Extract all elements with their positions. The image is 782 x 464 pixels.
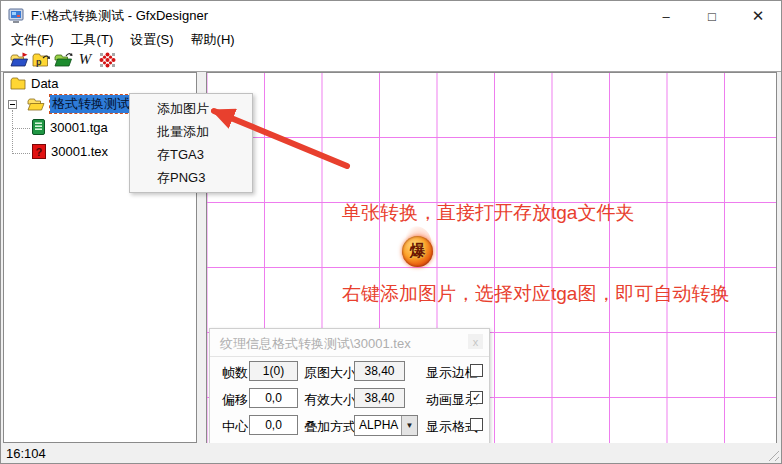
collapse-toggle[interactable] bbox=[8, 100, 17, 109]
minimize-button[interactable]: – bbox=[643, 1, 689, 31]
context-menu: 添加图片 批量添加 存TGA3 存PNG3 bbox=[129, 93, 253, 193]
tree-item-label: Data bbox=[31, 76, 58, 91]
center-field[interactable]: 0,0 bbox=[249, 415, 298, 435]
offset-field[interactable]: 0,0 bbox=[249, 388, 298, 408]
toolbar: p W bbox=[1, 48, 781, 72]
svg-text:?: ? bbox=[36, 146, 43, 158]
orig-size-label: 原图大小 bbox=[304, 364, 356, 382]
blend-mode-dropdown[interactable]: ALPHA ▼ bbox=[354, 415, 418, 436]
frames-field[interactable]: 1(0) bbox=[249, 361, 298, 381]
window-title: F:\格式转换测试 - GfxDesigner bbox=[31, 7, 208, 25]
w-tool-icon[interactable]: W bbox=[74, 50, 96, 70]
orig-size-field[interactable]: 38,40 bbox=[354, 361, 405, 381]
frames-label: 帧数 bbox=[222, 364, 248, 382]
offset-row: 偏移 0,0 有效大小 38,40 动画显示 ✓ bbox=[210, 388, 489, 408]
annotation-line-1: 单张转换，直接打开存放tga文件夹 bbox=[342, 199, 729, 226]
divider bbox=[210, 356, 489, 357]
menu-help[interactable]: 帮助(H) bbox=[191, 31, 235, 49]
resize-grip[interactable] bbox=[766, 448, 779, 461]
menu-item-save-tga3[interactable]: 存TGA3 bbox=[130, 143, 252, 166]
tree-item-label: 30001.tga bbox=[50, 120, 108, 135]
blend-mode-value: ALPHA bbox=[355, 416, 401, 435]
valid-size-label: 有效大小 bbox=[304, 391, 356, 409]
texture-canvas[interactable]: 爆 单张转换，直接打开存放tga文件夹 右键添加图片，选择对应tga图，即可自动… bbox=[206, 72, 777, 444]
svg-text:p: p bbox=[36, 57, 42, 67]
valid-size-field[interactable]: 38,40 bbox=[354, 388, 405, 408]
tree-item-label: 30001.tex bbox=[51, 144, 108, 159]
tree-item-tga-file[interactable]: 30001.tga bbox=[32, 119, 108, 135]
annotation-line-2: 右键添加图片，选择对应tga图，即可自动转换 bbox=[342, 280, 729, 307]
tree-item-folder-selected[interactable]: 格式转换测试 bbox=[27, 95, 132, 113]
open-folder-green-icon[interactable] bbox=[52, 50, 74, 70]
save-folder-yellow-icon[interactable]: p bbox=[30, 50, 52, 70]
menu-item-batch-add[interactable]: 批量添加 bbox=[130, 120, 252, 143]
tree-connector bbox=[13, 153, 30, 154]
window-controls: – □ ✕ bbox=[643, 1, 781, 31]
dialog-title: 纹理信息格式转换测试\30001.tex bbox=[220, 335, 411, 353]
menu-file[interactable]: 文件(F) bbox=[11, 31, 54, 49]
open-folder-icon bbox=[27, 97, 45, 111]
tree-item-data[interactable]: Data bbox=[10, 76, 58, 91]
texture-pattern-icon[interactable] bbox=[96, 50, 118, 70]
texture-properties-dialog: 纹理信息格式转换测试\30001.tex x 帧数 1(0) 原图大小 38,4… bbox=[209, 328, 490, 444]
tex-file-icon: ? bbox=[32, 144, 46, 159]
tree-item-label-selected: 格式转换测试 bbox=[50, 95, 132, 113]
blend-mode-label: 叠加方式 bbox=[304, 418, 356, 436]
offset-label: 偏移 bbox=[222, 391, 248, 409]
maximize-button[interactable]: □ bbox=[689, 1, 735, 31]
menu-item-add-image[interactable]: 添加图片 bbox=[130, 97, 252, 120]
menu-item-save-png3[interactable]: 存PNG3 bbox=[130, 166, 252, 189]
status-text: 16:104 bbox=[6, 446, 46, 461]
close-button[interactable]: ✕ bbox=[735, 1, 781, 31]
anim-display-checkbox[interactable]: ✓ bbox=[470, 391, 483, 404]
menu-bar: 文件(F) 工具(T) 设置(S) 帮助(H) bbox=[1, 31, 781, 48]
closed-folder-icon bbox=[10, 77, 26, 90]
frames-row: 帧数 1(0) 原图大小 38,40 显示边框 bbox=[210, 361, 489, 381]
show-border-checkbox[interactable] bbox=[470, 364, 483, 377]
tree-connector bbox=[12, 110, 13, 154]
app-window: F:\格式转换测试 - GfxDesigner – □ ✕ 文件(F) 工具(T… bbox=[0, 0, 782, 464]
show-format-checkbox[interactable] bbox=[470, 418, 483, 431]
tree-connector bbox=[13, 128, 30, 129]
status-bar: 16:104 bbox=[1, 443, 781, 463]
tree-item-tex-file[interactable]: ? 30001.tex bbox=[32, 144, 108, 159]
menu-settings[interactable]: 设置(S) bbox=[130, 31, 173, 49]
open-folder-blue-icon[interactable] bbox=[8, 50, 30, 70]
title-bar: F:\格式转换测试 - GfxDesigner – □ ✕ bbox=[1, 1, 781, 31]
app-icon bbox=[8, 8, 25, 24]
center-label: 中心 bbox=[222, 418, 248, 436]
tga-file-icon bbox=[32, 119, 45, 135]
menu-tools[interactable]: 工具(T) bbox=[71, 31, 114, 49]
dialog-close-icon[interactable]: x bbox=[468, 334, 483, 349]
center-row: 中心 0,0 叠加方式 ALPHA ▼ 显示格式 bbox=[210, 415, 489, 435]
chevron-down-icon[interactable]: ▼ bbox=[401, 416, 417, 435]
